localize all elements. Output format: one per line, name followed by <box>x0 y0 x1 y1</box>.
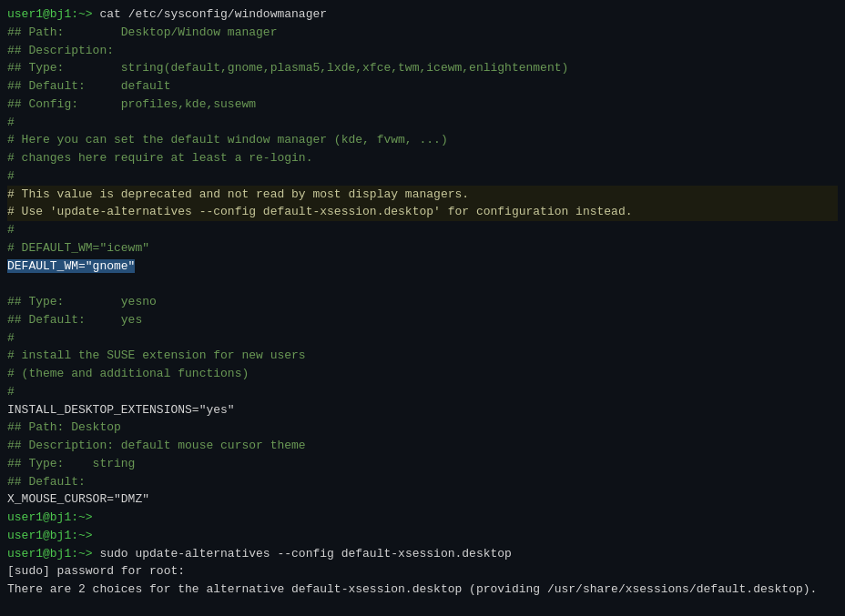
prompt-1: user1@bj1:~> <box>7 7 93 21</box>
line-20: # install the SUSE extension for new use… <box>7 347 838 365</box>
line-25: ## Description: default mouse cursor the… <box>7 437 838 455</box>
line-15-selected: DEFAULT_WM="gnome" <box>7 258 838 276</box>
line-4: ## Type: string(default,gnome,plasma5,lx… <box>7 59 838 77</box>
line-17: ## Type: yesno <box>7 293 838 311</box>
line-6: ## Config: profiles,kde,susewm <box>7 96 838 114</box>
line-13: # <box>7 221 838 239</box>
line-22: # <box>7 383 838 401</box>
line-2: ## Path: Desktop/Window manager <box>7 24 838 42</box>
terminal-window: user1@bj1:~> cat /etc/sysconfig/windowma… <box>0 0 845 616</box>
line-29: user1@bj1:~> <box>7 509 838 527</box>
line-30: user1@bj1:~> <box>7 527 838 545</box>
line-27: ## Default: <box>7 473 838 491</box>
line-11: # This value is deprecated and not read … <box>7 186 838 204</box>
line-9: # changes here require at least a re-log… <box>7 149 838 167</box>
line-33: There are 2 choices for the alternative … <box>7 581 838 599</box>
line-32: [sudo] password for root: <box>7 562 838 581</box>
line-blank-2 <box>7 599 838 616</box>
line-14: # DEFAULT_WM="icewm" <box>7 239 838 258</box>
line-10: # <box>7 167 838 186</box>
line-18: ## Default: yes <box>7 311 838 329</box>
line-21: # (theme and additional functions) <box>7 365 838 383</box>
line-31: user1@bj1:~> sudo update-alternatives --… <box>7 545 838 563</box>
line-12: # Use 'update-alternatives --config defa… <box>7 203 838 221</box>
line-28: X_MOUSE_CURSOR="DMZ" <box>7 490 838 509</box>
line-26: ## Type: string <box>7 455 838 473</box>
line-19: # <box>7 329 838 348</box>
line-blank-1 <box>7 275 838 293</box>
line-3: ## Description: <box>7 42 838 60</box>
line-5: ## Default: default <box>7 77 838 96</box>
line-24: ## Path: Desktop <box>7 419 838 437</box>
line-8: # Here you can set the default window ma… <box>7 131 838 149</box>
line-1: user1@bj1:~> cat /etc/sysconfig/windowma… <box>7 5 838 24</box>
line-7: # <box>7 114 838 132</box>
line-23: INSTALL_DESKTOP_EXTENSIONS="yes" <box>7 401 838 419</box>
